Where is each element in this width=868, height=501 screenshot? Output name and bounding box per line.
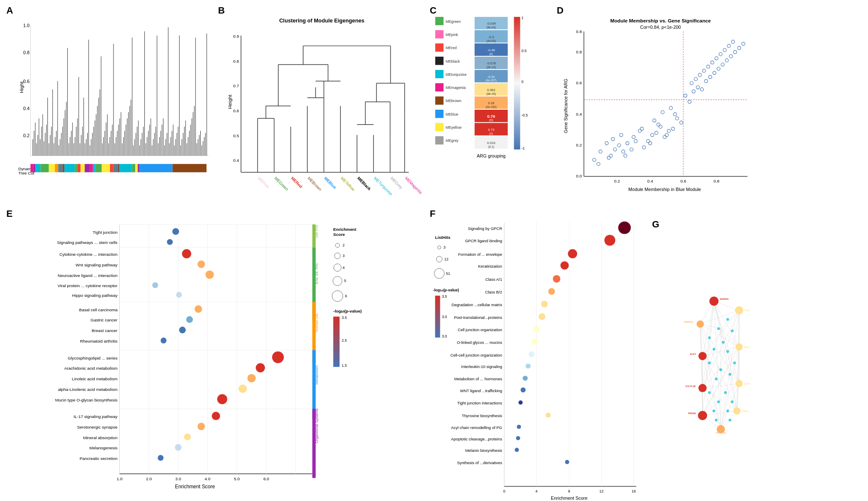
svg-rect-20 — [55, 137, 55, 156]
svg-rect-45 — [86, 139, 86, 155]
svg-text:Glycosphingolipid ... series: Glycosphingolipid ... series — [68, 356, 118, 360]
svg-text:0.0: 0.0 — [576, 174, 582, 178]
svg-rect-121 — [180, 145, 181, 155]
svg-point-336 — [708, 75, 712, 79]
svg-rect-9 — [41, 127, 41, 155]
svg-text:5.0: 5.0 — [234, 476, 240, 481]
svg-text:MEBrown: MEBrown — [307, 176, 323, 192]
svg-rect-117 — [175, 139, 176, 155]
svg-line-521 — [700, 324, 737, 411]
prss8-label: PRSS8 — [688, 412, 696, 415]
svg-point-311 — [651, 133, 654, 137]
svg-rect-8 — [40, 139, 40, 155]
svg-rect-160 — [102, 164, 110, 172]
svg-rect-14 — [47, 98, 48, 156]
svg-point-488 — [438, 246, 441, 249]
svg-text:IL-17 signaling pathway: IL-17 signaling pathway — [74, 414, 118, 419]
svg-rect-74 — [122, 143, 122, 155]
svg-point-341 — [710, 61, 714, 64]
svg-rect-129 — [191, 125, 191, 155]
svg-text:Wnt signaling pathway: Wnt signaling pathway — [76, 263, 118, 267]
svg-text:Metabolism: Metabolism — [315, 365, 319, 384]
svg-text:MEgrey: MEgrey — [445, 138, 459, 143]
svg-point-434 — [332, 291, 343, 302]
svg-rect-127 — [188, 137, 188, 156]
svg-point-325 — [661, 111, 664, 114]
svg-text:0.73: 0.73 — [488, 128, 494, 132]
svg-text:6: 6 — [345, 294, 347, 298]
svg-rect-41 — [81, 135, 81, 156]
e-x-label: Enrichment Score — [175, 484, 215, 490]
svg-point-430 — [334, 264, 341, 271]
svg-rect-158 — [93, 164, 96, 172]
class-a1-label: Class A/1 — [485, 277, 502, 282]
svg-rect-222 — [435, 17, 444, 25]
svg-text:Apoptotic cleavage...proteins: Apoptotic cleavage...proteins — [451, 437, 502, 441]
svg-rect-66 — [112, 125, 113, 155]
svg-point-582 — [698, 411, 707, 420]
svg-text:0.6: 0.6 — [680, 179, 686, 183]
svg-point-564 — [733, 362, 736, 364]
svg-text:(2e-14): (2e-14) — [487, 66, 496, 69]
svg-point-453 — [618, 221, 631, 234]
svg-rect-6 — [38, 135, 38, 156]
svg-rect-57 — [101, 56, 101, 156]
svg-text:(4e-207): (4e-207) — [486, 79, 497, 82]
figure-container: A 1.0 0.8 0.6 0.4 0.2 Hight // Thi — [0, 0, 868, 501]
dendrogram-bars: // This will be rendered as static SVG b… — [33, 27, 207, 155]
svg-text:Synthesis of ...derivatives: Synthesis of ...derivatives — [457, 460, 502, 465]
svg-rect-137 — [200, 131, 201, 156]
svg-text:-0.5: -0.5 — [521, 113, 528, 117]
svg-point-569 — [717, 400, 720, 403]
svg-rect-110 — [167, 133, 167, 156]
svg-rect-162 — [113, 164, 118, 172]
svg-rect-90 — [142, 133, 142, 156]
svg-point-315 — [659, 125, 662, 128]
svg-rect-437 — [333, 317, 340, 367]
svg-line-502 — [714, 301, 739, 347]
svg-point-492 — [434, 268, 445, 279]
svg-rect-128 — [189, 131, 190, 156]
svg-point-329 — [684, 94, 687, 97]
svg-point-426 — [335, 243, 340, 247]
svg-rect-16 — [50, 135, 50, 156]
svg-rect-27 — [64, 119, 64, 156]
panel-d: D Module Membership vs. Gene Significanc… — [555, 4, 766, 208]
svg-point-457 — [568, 249, 577, 258]
svg-point-312 — [640, 127, 644, 130]
svg-point-568 — [724, 391, 727, 394]
svg-rect-155 — [80, 164, 85, 172]
svg-point-556 — [726, 318, 729, 321]
svg-rect-135 — [198, 139, 198, 155]
svg-text:Cytokine-cytokine ... interact: Cytokine-cytokine ... interaction — [59, 252, 117, 257]
svg-point-432 — [333, 277, 342, 286]
svg-point-391 — [195, 305, 202, 313]
svg-rect-86 — [137, 127, 137, 155]
svg-point-472 — [525, 363, 531, 368]
svg-rect-106 — [162, 125, 162, 155]
svg-point-352 — [742, 42, 745, 46]
svg-rect-38 — [77, 119, 78, 156]
svg-point-573 — [715, 419, 717, 421]
svg-text:51: 51 — [446, 271, 450, 276]
svg-point-386 — [176, 292, 182, 298]
svg-text:Breast cancer: Breast cancer — [91, 328, 118, 333]
svg-point-345 — [719, 53, 722, 56]
d-title: Module Membership vs. Gene Significance — [610, 18, 711, 23]
svg-rect-169 — [173, 164, 207, 172]
panel-g-label: G — [652, 219, 659, 230]
ggt6-label: GGT6 — [744, 382, 750, 385]
svg-rect-73 — [121, 112, 121, 156]
f-listhits-label: ListHits — [435, 235, 451, 240]
svg-rect-152 — [64, 164, 75, 172]
svg-line-514 — [737, 310, 739, 411]
svg-text:3.5: 3.5 — [442, 294, 447, 299]
svg-text:Post-translational...proteins: Post-translational...proteins — [454, 315, 502, 320]
svg-point-561 — [726, 350, 729, 353]
svg-rect-33 — [71, 131, 72, 156]
svg-rect-89 — [141, 139, 141, 155]
svg-rect-36 — [75, 137, 75, 156]
svg-text:-1: -1 — [521, 146, 525, 150]
svg-rect-69 — [116, 137, 116, 156]
svg-point-479 — [546, 412, 551, 418]
